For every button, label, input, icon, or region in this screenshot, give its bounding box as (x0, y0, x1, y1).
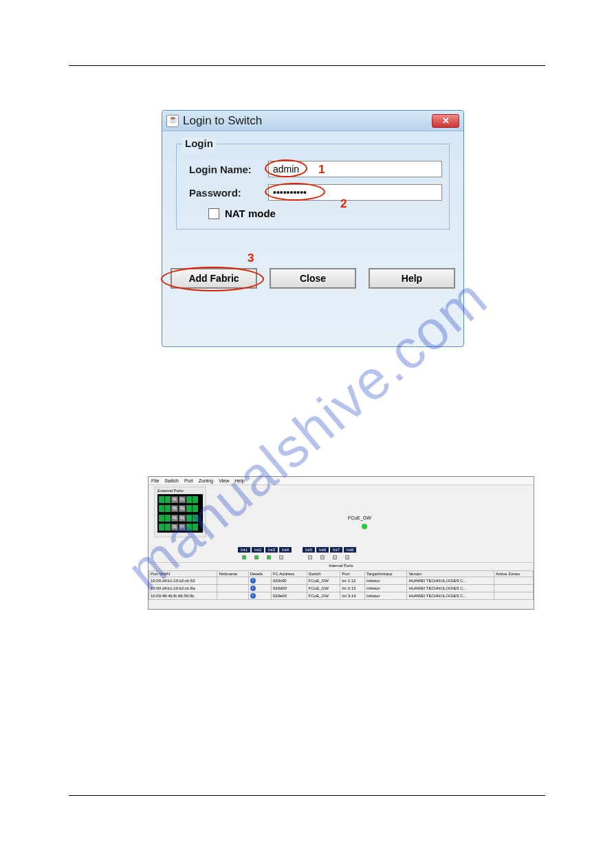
col-switch[interactable]: Switch (307, 571, 340, 577)
col-details[interactable]: Details (248, 571, 271, 577)
int-port-tab[interactable]: Int5 (303, 547, 315, 553)
details-icon[interactable]: i (250, 578, 256, 583)
internal-port-leds (242, 555, 349, 559)
cell-addr: 020d00 (271, 585, 307, 592)
col-nickname[interactable]: Nickname (217, 571, 248, 577)
cell-vendor: HUAWEI TECHNOLOGIES C... (407, 577, 494, 585)
port-gl[interactable]: GL (171, 505, 178, 512)
internal-ports-title: Internal Ports (149, 562, 534, 568)
led-icon (267, 555, 271, 559)
col-fcaddress[interactable]: FC Address (271, 571, 307, 577)
int-port-tab[interactable]: Int7 (330, 547, 342, 553)
menu-zoning[interactable]: Zoning (199, 478, 213, 483)
menu-bar: File Switch Port Zoning View Help (149, 477, 534, 485)
login-name-input[interactable]: admin 1 (268, 161, 442, 177)
fabric-name-label: FCoE_GW (348, 515, 371, 520)
menu-help[interactable]: Help (234, 478, 244, 483)
port-gl[interactable]: GL (171, 496, 178, 503)
internal-ports-tabs: Int1 Int2 Int3 Int4 Int5 Int6 Int7 Int8 (238, 547, 356, 553)
port-led-icon (193, 505, 198, 512)
col-target-initiator[interactable]: Target/Initiator (365, 571, 407, 577)
int-port-tab[interactable]: Int4 (279, 547, 292, 553)
port-led-icon (159, 524, 164, 531)
cell-switch: FCoE_GW (307, 577, 340, 585)
led-icon (308, 555, 312, 559)
nat-mode-checkbox[interactable] (208, 208, 219, 219)
cell-ti: Initiator (365, 577, 407, 585)
port-arrow-icon (186, 496, 192, 503)
int-port-tab[interactable]: Int3 (265, 547, 278, 553)
details-icon[interactable]: i (250, 593, 256, 599)
col-port[interactable]: Port (340, 571, 365, 577)
table-header-row: Port WWN Nickname Details FC Address Swi… (149, 571, 534, 577)
table-row[interactable]: 10:00:48:46:fb:96:50:0b i 020e00 FCoE_GW… (149, 592, 534, 600)
close-button[interactable]: Close (270, 268, 356, 289)
cell-details[interactable]: i (248, 577, 271, 585)
cell-wwn: 10:00:d4:b1:10:b2:cb:8a (149, 585, 217, 592)
menu-port[interactable]: Port (184, 478, 193, 483)
port-row: GL GL (159, 514, 201, 522)
col-portwwn[interactable]: Port WWN (149, 571, 217, 577)
footer-rule (69, 795, 545, 796)
cell-wwn: 10:00:d4:b1:10:b2:cb:92 (149, 577, 217, 585)
port-gl[interactable]: GL (179, 515, 186, 522)
port-gl[interactable]: GL (171, 524, 178, 531)
password-input[interactable]: •••••••••• 2 (268, 184, 442, 201)
devices-table: Port WWN Nickname Details FC Address Swi… (149, 570, 534, 600)
cell-nick (217, 577, 248, 585)
int-port-tab[interactable]: Int1 (238, 547, 250, 553)
led-icon (320, 555, 325, 559)
port-row: GL GL (159, 496, 201, 504)
cell-port: Int 2:13 (340, 585, 365, 592)
col-active-zones[interactable]: Active Zones (494, 571, 534, 577)
port-arrow-icon (186, 515, 192, 522)
port-row: GL GL (159, 524, 201, 532)
annotation-number-1: 1 (318, 163, 325, 177)
menu-switch[interactable]: Switch (164, 478, 179, 483)
cell-zones (494, 577, 534, 585)
cell-port: Int 1:12 (340, 577, 365, 585)
cell-vendor: HUAWEI TECHNOLOGIES C... (407, 585, 494, 592)
port-gl[interactable]: GL (179, 524, 186, 531)
menu-file[interactable]: File (151, 478, 159, 483)
close-icon[interactable]: ✕ (432, 114, 459, 128)
int-port-tab[interactable]: Int6 (316, 547, 329, 553)
table-row[interactable]: 10:00:d4:b1:10:b2:cb:92 i 020c00 FCoE_GW… (149, 577, 534, 585)
cell-details[interactable]: i (248, 592, 271, 600)
led-icon (242, 555, 246, 559)
header-rule (69, 65, 545, 66)
port-gl[interactable]: GL (171, 515, 178, 522)
menu-view[interactable]: View (219, 478, 229, 483)
cell-addr: 020e00 (271, 592, 307, 600)
titlebar: Login to Switch ✕ (162, 111, 463, 131)
port-arrow-icon (165, 505, 171, 512)
help-button[interactable]: Help (369, 268, 455, 289)
table-row[interactable]: 10:00:d4:b1:10:b2:cb:8a i 020d00 FCoE_GW… (149, 585, 534, 592)
nat-mode-label: NAT mode (225, 208, 276, 219)
login-dialog: Login to Switch ✕ Login Login Name: admi… (162, 110, 464, 347)
password-label: Password: (189, 187, 268, 199)
int-port-tab[interactable]: Int2 (252, 547, 264, 553)
cell-wwn: 10:00:48:46:fb:96:50:0b (149, 592, 217, 600)
led-icon (279, 555, 283, 559)
switch-chassis: GL GL GL GL GL GL (157, 494, 203, 533)
port-arrow-icon (165, 496, 171, 503)
cell-nick (217, 585, 248, 592)
port-led-icon (159, 515, 164, 522)
int-port-tab[interactable]: Int8 (344, 547, 356, 553)
login-groupbox: Login Login Name: admin 1 Password: ••••… (176, 144, 450, 230)
details-icon[interactable]: i (250, 586, 256, 591)
add-fabric-button[interactable]: Add Fabric 3 (171, 268, 257, 289)
dialog-title: Login to Switch (183, 114, 262, 128)
port-gl[interactable]: GL (179, 496, 186, 503)
port-arrow-icon (165, 524, 171, 531)
port-gl[interactable]: GL (179, 505, 186, 512)
port-row: GL GL (159, 505, 201, 513)
nat-mode-row: NAT mode (208, 208, 442, 219)
cell-nick (217, 592, 248, 600)
led-icon (333, 555, 337, 559)
dialog-button-row: Add Fabric 3 Close Help (162, 268, 463, 289)
login-name-value: admin (273, 164, 299, 175)
col-vendor[interactable]: Vendor (407, 571, 494, 577)
cell-details[interactable]: i (248, 585, 271, 592)
